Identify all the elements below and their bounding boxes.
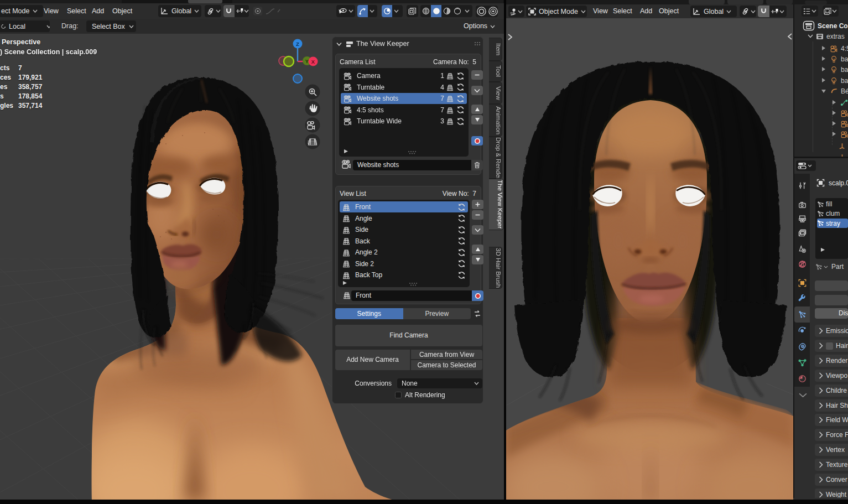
svg-text:X: X [311, 59, 315, 65]
svg-text:Z: Z [296, 41, 299, 47]
